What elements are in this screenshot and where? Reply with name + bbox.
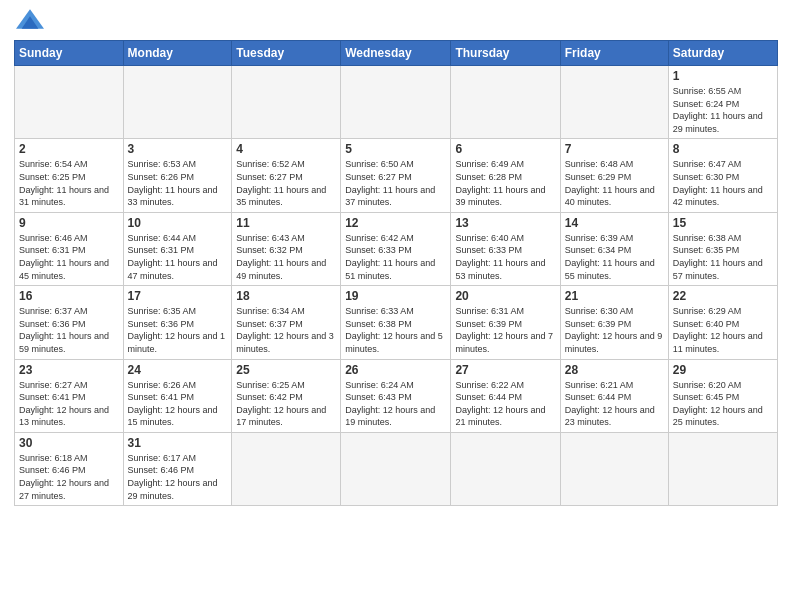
calendar-cell: 30Sunrise: 6:18 AM Sunset: 6:46 PM Dayli… [15, 432, 124, 505]
calendar-cell: 15Sunrise: 6:38 AM Sunset: 6:35 PM Dayli… [668, 212, 777, 285]
day-number: 30 [19, 436, 119, 450]
calendar-cell [341, 432, 451, 505]
day-info: Sunrise: 6:37 AM Sunset: 6:36 PM Dayligh… [19, 305, 119, 355]
weekday-header-saturday: Saturday [668, 41, 777, 66]
day-info: Sunrise: 6:39 AM Sunset: 6:34 PM Dayligh… [565, 232, 664, 282]
calendar-cell: 23Sunrise: 6:27 AM Sunset: 6:41 PM Dayli… [15, 359, 124, 432]
day-info: Sunrise: 6:53 AM Sunset: 6:26 PM Dayligh… [128, 158, 228, 208]
calendar-cell: 5Sunrise: 6:50 AM Sunset: 6:27 PM Daylig… [341, 139, 451, 212]
calendar-cell [232, 66, 341, 139]
weekday-header-wednesday: Wednesday [341, 41, 451, 66]
day-number: 6 [455, 142, 555, 156]
day-info: Sunrise: 6:30 AM Sunset: 6:39 PM Dayligh… [565, 305, 664, 355]
calendar-cell: 24Sunrise: 6:26 AM Sunset: 6:41 PM Dayli… [123, 359, 232, 432]
day-info: Sunrise: 6:48 AM Sunset: 6:29 PM Dayligh… [565, 158, 664, 208]
calendar-cell: 26Sunrise: 6:24 AM Sunset: 6:43 PM Dayli… [341, 359, 451, 432]
calendar-cell: 8Sunrise: 6:47 AM Sunset: 6:30 PM Daylig… [668, 139, 777, 212]
day-number: 31 [128, 436, 228, 450]
day-number: 8 [673, 142, 773, 156]
calendar-table: SundayMondayTuesdayWednesdayThursdayFrid… [14, 40, 778, 506]
calendar-cell [232, 432, 341, 505]
day-info: Sunrise: 6:24 AM Sunset: 6:43 PM Dayligh… [345, 379, 446, 429]
weekday-header-thursday: Thursday [451, 41, 560, 66]
day-info: Sunrise: 6:34 AM Sunset: 6:37 PM Dayligh… [236, 305, 336, 355]
day-number: 24 [128, 363, 228, 377]
day-info: Sunrise: 6:55 AM Sunset: 6:24 PM Dayligh… [673, 85, 773, 135]
week-row-6: 30Sunrise: 6:18 AM Sunset: 6:46 PM Dayli… [15, 432, 778, 505]
calendar-cell: 3Sunrise: 6:53 AM Sunset: 6:26 PM Daylig… [123, 139, 232, 212]
calendar-cell [560, 432, 668, 505]
week-row-4: 16Sunrise: 6:37 AM Sunset: 6:36 PM Dayli… [15, 286, 778, 359]
day-number: 18 [236, 289, 336, 303]
calendar-cell: 7Sunrise: 6:48 AM Sunset: 6:29 PM Daylig… [560, 139, 668, 212]
calendar-cell [668, 432, 777, 505]
day-info: Sunrise: 6:29 AM Sunset: 6:40 PM Dayligh… [673, 305, 773, 355]
day-info: Sunrise: 6:31 AM Sunset: 6:39 PM Dayligh… [455, 305, 555, 355]
day-number: 16 [19, 289, 119, 303]
calendar-cell: 13Sunrise: 6:40 AM Sunset: 6:33 PM Dayli… [451, 212, 560, 285]
day-number: 17 [128, 289, 228, 303]
day-number: 19 [345, 289, 446, 303]
day-number: 1 [673, 69, 773, 83]
weekday-header-tuesday: Tuesday [232, 41, 341, 66]
day-info: Sunrise: 6:20 AM Sunset: 6:45 PM Dayligh… [673, 379, 773, 429]
calendar-cell: 27Sunrise: 6:22 AM Sunset: 6:44 PM Dayli… [451, 359, 560, 432]
calendar-cell: 14Sunrise: 6:39 AM Sunset: 6:34 PM Dayli… [560, 212, 668, 285]
day-info: Sunrise: 6:47 AM Sunset: 6:30 PM Dayligh… [673, 158, 773, 208]
day-info: Sunrise: 6:49 AM Sunset: 6:28 PM Dayligh… [455, 158, 555, 208]
day-info: Sunrise: 6:42 AM Sunset: 6:33 PM Dayligh… [345, 232, 446, 282]
weekday-header-friday: Friday [560, 41, 668, 66]
weekday-header-sunday: Sunday [15, 41, 124, 66]
day-info: Sunrise: 6:40 AM Sunset: 6:33 PM Dayligh… [455, 232, 555, 282]
calendar-cell: 11Sunrise: 6:43 AM Sunset: 6:32 PM Dayli… [232, 212, 341, 285]
day-info: Sunrise: 6:26 AM Sunset: 6:41 PM Dayligh… [128, 379, 228, 429]
week-row-3: 9Sunrise: 6:46 AM Sunset: 6:31 PM Daylig… [15, 212, 778, 285]
calendar-cell: 31Sunrise: 6:17 AM Sunset: 6:46 PM Dayli… [123, 432, 232, 505]
day-number: 21 [565, 289, 664, 303]
day-info: Sunrise: 6:33 AM Sunset: 6:38 PM Dayligh… [345, 305, 446, 355]
calendar-cell: 1Sunrise: 6:55 AM Sunset: 6:24 PM Daylig… [668, 66, 777, 139]
calendar-cell: 12Sunrise: 6:42 AM Sunset: 6:33 PM Dayli… [341, 212, 451, 285]
day-info: Sunrise: 6:52 AM Sunset: 6:27 PM Dayligh… [236, 158, 336, 208]
day-number: 25 [236, 363, 336, 377]
day-number: 28 [565, 363, 664, 377]
day-info: Sunrise: 6:21 AM Sunset: 6:44 PM Dayligh… [565, 379, 664, 429]
day-info: Sunrise: 6:27 AM Sunset: 6:41 PM Dayligh… [19, 379, 119, 429]
week-row-5: 23Sunrise: 6:27 AM Sunset: 6:41 PM Dayli… [15, 359, 778, 432]
day-number: 26 [345, 363, 446, 377]
calendar-cell: 17Sunrise: 6:35 AM Sunset: 6:36 PM Dayli… [123, 286, 232, 359]
day-number: 4 [236, 142, 336, 156]
day-info: Sunrise: 6:25 AM Sunset: 6:42 PM Dayligh… [236, 379, 336, 429]
day-info: Sunrise: 6:50 AM Sunset: 6:27 PM Dayligh… [345, 158, 446, 208]
calendar-cell: 19Sunrise: 6:33 AM Sunset: 6:38 PM Dayli… [341, 286, 451, 359]
weekday-header-row: SundayMondayTuesdayWednesdayThursdayFrid… [15, 41, 778, 66]
calendar-cell [451, 432, 560, 505]
calendar-cell [123, 66, 232, 139]
calendar-cell: 9Sunrise: 6:46 AM Sunset: 6:31 PM Daylig… [15, 212, 124, 285]
calendar-cell: 21Sunrise: 6:30 AM Sunset: 6:39 PM Dayli… [560, 286, 668, 359]
calendar-cell [15, 66, 124, 139]
logo-icon [16, 8, 44, 30]
calendar-cell: 22Sunrise: 6:29 AM Sunset: 6:40 PM Dayli… [668, 286, 777, 359]
day-number: 20 [455, 289, 555, 303]
day-info: Sunrise: 6:38 AM Sunset: 6:35 PM Dayligh… [673, 232, 773, 282]
calendar-cell: 10Sunrise: 6:44 AM Sunset: 6:31 PM Dayli… [123, 212, 232, 285]
day-info: Sunrise: 6:17 AM Sunset: 6:46 PM Dayligh… [128, 452, 228, 502]
logo [14, 10, 44, 34]
day-info: Sunrise: 6:18 AM Sunset: 6:46 PM Dayligh… [19, 452, 119, 502]
calendar-cell: 18Sunrise: 6:34 AM Sunset: 6:37 PM Dayli… [232, 286, 341, 359]
header [14, 10, 778, 34]
day-info: Sunrise: 6:35 AM Sunset: 6:36 PM Dayligh… [128, 305, 228, 355]
day-number: 10 [128, 216, 228, 230]
day-number: 5 [345, 142, 446, 156]
day-number: 12 [345, 216, 446, 230]
day-info: Sunrise: 6:43 AM Sunset: 6:32 PM Dayligh… [236, 232, 336, 282]
day-number: 29 [673, 363, 773, 377]
calendar-cell: 4Sunrise: 6:52 AM Sunset: 6:27 PM Daylig… [232, 139, 341, 212]
calendar-cell: 6Sunrise: 6:49 AM Sunset: 6:28 PM Daylig… [451, 139, 560, 212]
calendar-cell: 2Sunrise: 6:54 AM Sunset: 6:25 PM Daylig… [15, 139, 124, 212]
calendar-cell: 29Sunrise: 6:20 AM Sunset: 6:45 PM Dayli… [668, 359, 777, 432]
day-info: Sunrise: 6:44 AM Sunset: 6:31 PM Dayligh… [128, 232, 228, 282]
calendar-cell [451, 66, 560, 139]
day-number: 15 [673, 216, 773, 230]
